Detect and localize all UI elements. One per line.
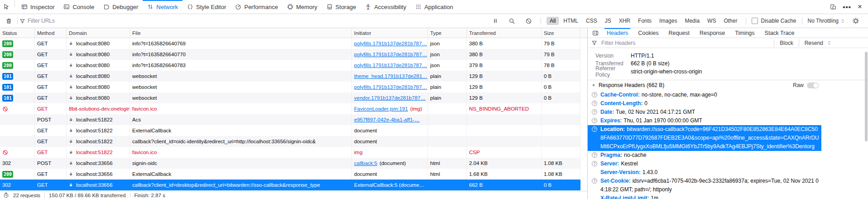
detail-tab-request[interactable]: Request	[663, 28, 695, 38]
performance-analysis-icon[interactable]	[3, 192, 9, 198]
throttling-select[interactable]: No Throttling	[808, 18, 845, 24]
help-icon[interactable]: ?	[592, 152, 597, 158]
response-header-row[interactable]: X-Rate-Limit-Limit:1m	[588, 194, 821, 199]
request-row[interactable]: 101GETlocalhost:8080websocketpolyfills.1…	[0, 82, 580, 92]
request-cell: 129 B	[467, 71, 542, 82]
request-row[interactable]: GETlocalhost:51822ExternalCallbackdocume…	[0, 125, 580, 136]
response-header-row[interactable]: ?Set-Cookie:idsrv=adf6cba1-7075-402b-9ec…	[588, 177, 821, 194]
response-header-row[interactable]: ?Expires:Thu, 01 Jan 1970 00:00:00 GMT	[588, 116, 821, 125]
request-row[interactable]: 200GETlocalhost:8080info?t=1635826640770…	[0, 49, 580, 60]
tab-accessibility[interactable]: Accessibility	[360, 0, 411, 14]
tab-application[interactable]: Application	[411, 0, 458, 14]
request-row[interactable]: 200GETlocalhost:8080info?t=1635826640769…	[0, 38, 580, 49]
resend-button[interactable]: Resend	[805, 40, 823, 46]
raw-toggle[interactable]	[807, 83, 819, 88]
initiator-link[interactable]: polyfills.1791b137de281b787…	[354, 41, 427, 46]
tab-debugger[interactable]: Debugger	[99, 0, 143, 14]
filter-urls-input[interactable]: Filter URLs	[28, 18, 55, 24]
column-header-file[interactable]: File	[130, 28, 352, 38]
column-header-transferred[interactable]: Transferred	[467, 28, 542, 38]
request-row[interactable]: POSTlocalhost:51822Acse957f897-042e-4ba1…	[0, 114, 580, 125]
help-icon[interactable]: ?	[592, 161, 597, 166]
response-header-row[interactable]: ?Pragma:no-cache	[588, 151, 821, 160]
response-header-row[interactable]: ?Location:bitwarden://sso-callback?code=…	[588, 125, 821, 151]
detail-tab-stack-trace[interactable]: Stack Trace	[760, 28, 800, 38]
tab-network[interactable]: Network	[143, 0, 182, 14]
initiator-link[interactable]: callback:5	[354, 160, 377, 166]
response-header-row[interactable]: ?Cache-Control:no-store, no-cache, max-a…	[588, 91, 821, 99]
close-devtools-button[interactable]: ×	[854, 0, 865, 14]
help-icon[interactable]: ?	[592, 109, 597, 115]
response-headers-section-header[interactable]: ▼ Response Headers (662 B) Raw	[588, 80, 868, 91]
detail-tab-headers[interactable]: Headers	[602, 28, 633, 38]
filter-media[interactable]: Media	[681, 17, 703, 25]
initiator-link[interactable]: e957f897-042e-4ba1-aff1-…	[354, 117, 420, 122]
detail-tab-cookies[interactable]: Cookies	[633, 28, 663, 38]
network-settings-button[interactable]	[849, 17, 863, 24]
detail-tab-timings[interactable]: Timings	[730, 28, 759, 38]
tab-inspector[interactable]: Inspector	[17, 0, 59, 14]
help-icon[interactable]: ?	[592, 92, 597, 97]
response-header-row[interactable]: ?Server:Kestrel	[588, 160, 821, 168]
response-header-row[interactable]: Server-Version:1.43.0	[588, 168, 821, 177]
request-row[interactable]: 200GETlocalhost:8080info?t=1635826640783…	[0, 60, 580, 71]
help-icon[interactable]: ?	[592, 178, 597, 184]
help-icon[interactable]: ?	[592, 118, 597, 123]
request-row[interactable]: 302GETlocalhost:33656callback?client_id=…	[0, 180, 580, 190]
request-row[interactable]: GET8bit-solutions-dev.onelogin….favicon.…	[0, 103, 580, 114]
filter-other[interactable]: Other	[720, 17, 740, 25]
block-requests-button[interactable]	[522, 18, 535, 24]
request-row[interactable]: 101GETlocalhost:8080websocketvendor.1791…	[0, 92, 580, 103]
response-header-row[interactable]: ?Date:Tue, 02 Nov 2021 04:17:21 GMT	[588, 108, 821, 116]
filter-images[interactable]: Images	[656, 17, 680, 25]
details-scrollbar[interactable]	[865, 52, 868, 141]
tab-console[interactable]: Console	[59, 0, 99, 14]
tab-style-editor[interactable]: Style Editor	[182, 0, 230, 14]
initiator-link[interactable]: theme_head.1791b137de281…	[354, 73, 427, 79]
filter-headers-input[interactable]: Filter Headers	[601, 40, 635, 46]
initiator-link[interactable]: polyfills.1791b137de281b787…	[354, 84, 427, 90]
request-row[interactable]: 101GETlocalhost:8080websockettheme_head.…	[0, 71, 580, 82]
search-button[interactable]	[505, 18, 518, 24]
request-row[interactable]: 200GETlocalhost:33656ExternalCallbackdoc…	[0, 169, 580, 180]
filter-ws[interactable]: WS	[704, 17, 719, 25]
collapse-caret-icon[interactable]: ▼	[592, 83, 595, 87]
initiator-link[interactable]: polyfills.1791b137de281b787…	[354, 63, 427, 68]
meatball-menu-button[interactable]: •••	[839, 0, 854, 14]
initiator-link[interactable]: FaviconLoader.jsm:191	[354, 106, 408, 112]
column-header-domain[interactable]: Domain	[67, 28, 130, 38]
detail-tab-response[interactable]: Response	[695, 28, 730, 38]
disable-cache-checkbox[interactable]	[752, 18, 758, 24]
filter-fonts[interactable]: Fonts	[635, 17, 655, 25]
tab-storage[interactable]: Storage	[322, 0, 361, 14]
disable-cache-control[interactable]: Disable Cache	[752, 18, 796, 24]
initiator-link[interactable]: polyfills.1791b137de281b787…	[354, 52, 427, 57]
toolbox-tabbar: InspectorConsoleDebuggerNetworkStyle Edi…	[0, 0, 868, 14]
help-icon[interactable]: ?	[592, 101, 597, 106]
column-header-status[interactable]: Status	[0, 28, 35, 38]
column-header-size[interactable]: Size	[542, 28, 580, 38]
block-url-button[interactable]: Block	[780, 40, 793, 46]
request-row[interactable]: GETlocalhost:51822callback?client_id=oid…	[0, 136, 580, 147]
request-row[interactable]: 302POSTlocalhost:33656signin-oidccallbac…	[0, 158, 580, 169]
split-panel-toggle-button[interactable]	[589, 28, 602, 38]
clear-requests-button[interactable]	[2, 18, 15, 24]
node-picker-button[interactable]	[0, 0, 13, 14]
filter-css[interactable]: CSS	[583, 17, 600, 25]
filter-html[interactable]: HTML	[560, 17, 581, 25]
request-cell: document	[352, 169, 428, 180]
column-header-type[interactable]: Type	[428, 28, 467, 38]
filter-xhr[interactable]: XHR	[616, 17, 633, 25]
help-icon[interactable]: ?	[592, 126, 597, 132]
filter-js[interactable]: JS	[602, 17, 614, 25]
tab-memory[interactable]: Memory	[283, 0, 322, 14]
pause-log-button[interactable]	[489, 18, 502, 24]
responsive-design-mode-button[interactable]	[827, 0, 839, 14]
column-header-method[interactable]: Method	[35, 28, 67, 38]
response-header-row[interactable]: ?Content-Length:0	[588, 99, 821, 108]
initiator-link[interactable]: vendor.1791b137de281b787…	[354, 95, 426, 101]
column-header-initiator[interactable]: Initiator	[352, 28, 428, 38]
filter-all[interactable]: All	[547, 17, 559, 25]
tab-performance[interactable]: Performance	[230, 0, 282, 14]
request-row[interactable]: GETlocalhost:51822favicon.icoimgCSP	[0, 147, 580, 158]
